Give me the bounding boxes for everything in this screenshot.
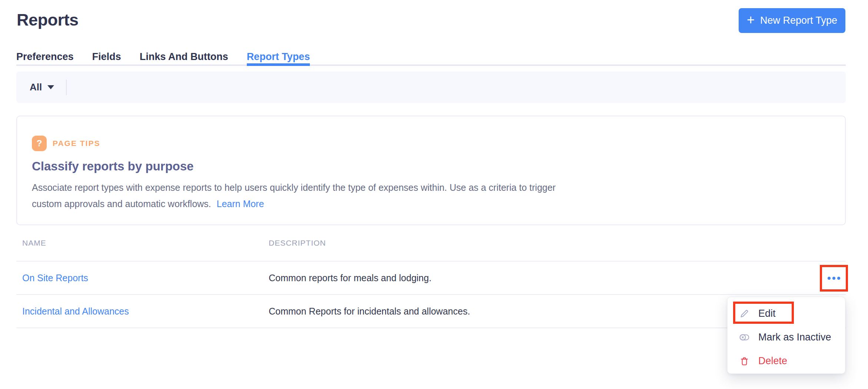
tab-preferences[interactable]: Preferences [16, 47, 74, 64]
menu-item-edit-label: Edit [758, 308, 776, 319]
row-context-menu: Edit Mark as Inactive Delete [727, 297, 845, 374]
question-mark-icon: ? [32, 136, 47, 151]
filter-divider [66, 80, 67, 95]
page-tips-body: Associate report types with expense repo… [32, 179, 845, 212]
annotation-box-ellipsis [820, 265, 848, 292]
column-header-description: DESCRIPTION [269, 239, 805, 247]
ellipsis-dot [837, 277, 840, 280]
report-type-name-link[interactable]: On Site Reports [22, 273, 88, 283]
menu-item-edit[interactable]: Edit [728, 302, 845, 325]
page-tips-body-line2-text: custom approvals and automatic workflows… [32, 199, 211, 209]
page-tips-badge: PAGE TIPS [53, 139, 100, 148]
table-row-incidental-and-allowances: Incidental and Allowances Common Reports… [16, 295, 846, 328]
page-title: Reports [17, 10, 79, 30]
page-tips-card: ? PAGE TIPS Classify reports by purpose … [16, 116, 846, 225]
new-report-type-label: New Report Type [760, 15, 837, 26]
plus-icon: + [747, 13, 755, 27]
ellipsis-dot [828, 277, 831, 280]
filter-bar: All [16, 72, 846, 103]
pencil-icon [739, 309, 749, 319]
menu-item-delete[interactable]: Delete [728, 349, 845, 373]
report-type-description: Common reports for meals and lodging. [269, 273, 805, 283]
learn-more-link[interactable]: Learn More [217, 199, 264, 209]
filter-selected-label: All [30, 82, 42, 93]
page-tips-body-line2: custom approvals and automatic workflows… [32, 196, 845, 212]
caret-down-icon [47, 85, 54, 89]
trash-icon [739, 356, 749, 366]
row-actions-ellipsis-button[interactable] [825, 274, 843, 283]
menu-item-mark-as-inactive-label: Mark as Inactive [758, 332, 831, 343]
settings-tabs: Preferences Fields Links And Buttons Rep… [16, 47, 846, 66]
tab-fields[interactable]: Fields [92, 47, 121, 64]
page-tips-heading: Classify reports by purpose [32, 159, 845, 173]
tab-links-and-buttons[interactable]: Links And Buttons [140, 47, 228, 64]
page-tips-body-line1: Associate report types with expense repo… [32, 179, 845, 196]
toggle-inactive-icon [739, 332, 749, 342]
tab-report-types[interactable]: Report Types [247, 47, 310, 64]
new-report-type-button[interactable]: + New Report Type [739, 8, 845, 33]
report-types-table: NAME DESCRIPTION On Site Reports Common … [16, 225, 846, 328]
filter-dropdown[interactable]: All [30, 82, 54, 93]
menu-item-delete-label: Delete [758, 355, 787, 367]
table-row-on-site-reports: On Site Reports Common reports for meals… [16, 262, 846, 295]
menu-item-mark-as-inactive[interactable]: Mark as Inactive [728, 325, 845, 349]
table-header-row: NAME DESCRIPTION [16, 225, 846, 262]
column-header-name: NAME [22, 239, 269, 247]
report-type-description: Common Reports for incidentals and allow… [269, 306, 805, 317]
ellipsis-dot [832, 277, 835, 280]
page-tips-badge-row: ? PAGE TIPS [32, 136, 845, 151]
report-type-name-link[interactable]: Incidental and Allowances [22, 306, 129, 317]
